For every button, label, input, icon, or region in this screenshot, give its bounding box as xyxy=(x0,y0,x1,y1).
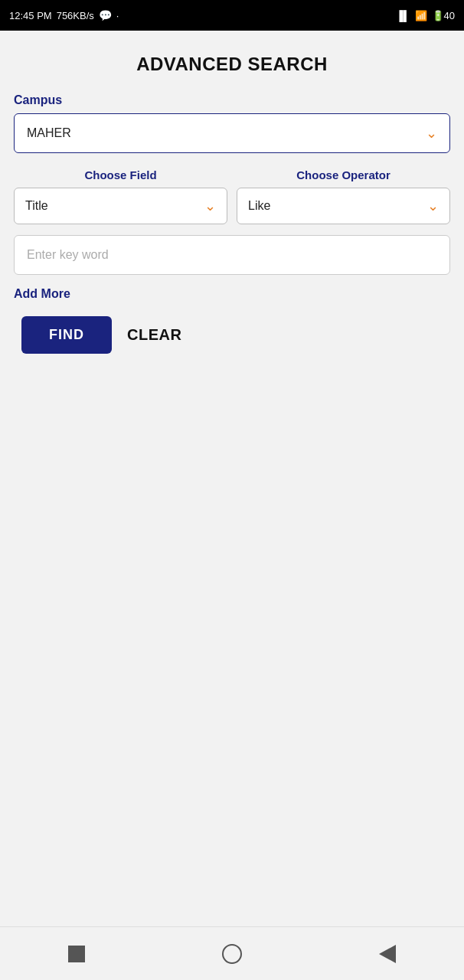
nav-triangle-icon xyxy=(379,945,396,963)
time-display: 12:45 PM xyxy=(9,10,52,21)
nav-bar xyxy=(0,926,464,980)
find-button[interactable]: FIND xyxy=(21,316,112,354)
field-selected-value: Title xyxy=(25,199,48,213)
operator-dropdown[interactable]: Like ⌄ xyxy=(237,188,450,224)
field-label: Choose Field xyxy=(14,168,227,181)
clear-button[interactable]: CLEAR xyxy=(127,326,181,344)
keyword-input[interactable] xyxy=(14,235,450,275)
field-operator-row: Choose Field Title ⌄ Choose Operator Lik… xyxy=(14,168,450,224)
campus-chevron-icon: ⌄ xyxy=(426,125,437,142)
page-title: ADVANCED SEARCH xyxy=(14,54,450,75)
field-column: Choose Field Title ⌄ xyxy=(14,168,227,224)
wifi-icon: 📶 xyxy=(415,10,427,21)
buttons-row: FIND CLEAR xyxy=(14,316,450,354)
operator-column: Choose Operator Like ⌄ xyxy=(237,168,450,224)
network-speed: 756KB/s xyxy=(57,10,94,21)
campus-label: Campus xyxy=(14,93,450,107)
signal-icon: ▐▌ xyxy=(396,10,410,21)
battery-icon: 🔋40 xyxy=(432,10,455,21)
main-content: ADVANCED SEARCH Campus MAHER ⌄ Choose Fi… xyxy=(0,31,464,926)
message-icon: 💬 xyxy=(99,9,112,21)
nav-circle-icon xyxy=(222,944,242,964)
campus-selected-value: MAHER xyxy=(27,126,71,140)
campus-dropdown[interactable]: MAHER ⌄ xyxy=(14,113,450,153)
nav-home-button[interactable] xyxy=(222,944,242,964)
operator-chevron-icon: ⌄ xyxy=(427,198,439,214)
dot-indicator: · xyxy=(116,10,119,21)
field-chevron-icon: ⌄ xyxy=(204,198,216,214)
status-right: ▐▌ 📶 🔋40 xyxy=(396,10,455,21)
nav-square-icon xyxy=(68,946,85,962)
field-dropdown[interactable]: Title ⌄ xyxy=(14,188,227,224)
operator-selected-value: Like xyxy=(248,199,270,213)
nav-back-button[interactable] xyxy=(68,946,85,962)
nav-recent-button[interactable] xyxy=(379,945,396,963)
operator-label: Choose Operator xyxy=(237,168,450,181)
status-bar: 12:45 PM 756KB/s 💬 · ▐▌ 📶 🔋40 xyxy=(0,0,464,31)
add-more-link[interactable]: Add More xyxy=(14,287,70,301)
status-left: 12:45 PM 756KB/s 💬 · xyxy=(9,9,119,21)
